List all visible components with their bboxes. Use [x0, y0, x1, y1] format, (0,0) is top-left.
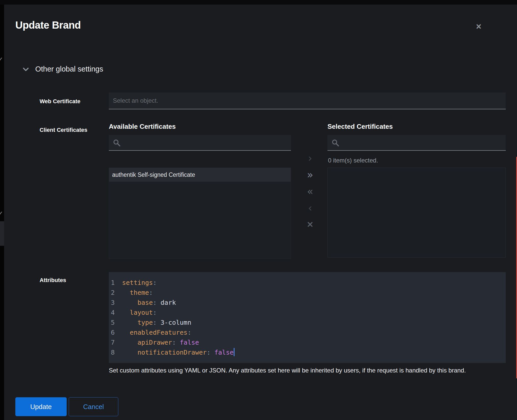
remove-selected-button[interactable]: ‹	[302, 201, 318, 215]
code-line: 4 layout:	[111, 308, 506, 318]
add-selected-button[interactable]: ›	[302, 151, 318, 165]
code-line: 8 notificationDrawer: false	[111, 347, 506, 357]
available-certificates-list: authentik Self-signed Certificate	[109, 168, 291, 259]
chevron-down-icon	[23, 67, 29, 71]
code-line: 7 apiDrawer: false	[111, 337, 506, 347]
code-lines: 1settings:2 theme:3 base: dark4 layout:5…	[111, 278, 506, 357]
code-line: 1settings:	[111, 278, 506, 288]
update-brand-modal: Update Brand × Other global settings Web…	[4, 5, 517, 420]
chevron-right-icon: ›	[0, 164, 4, 170]
selected-count-status: 0 item(s) selected.	[328, 157, 378, 164]
chevron-right-icon: ›	[0, 284, 4, 290]
modal-title: Update Brand	[15, 19, 81, 31]
chevron-right-icon: ›	[0, 178, 4, 185]
list-item[interactable]: authentik Self-signed Certificate	[109, 168, 291, 182]
chevron-right-icon: ›	[0, 193, 4, 199]
attributes-help-text: Set custom attributes using YAML or JSON…	[109, 367, 492, 374]
available-certificates-header: Available Certificates	[109, 123, 176, 131]
selected-search-input[interactable]	[342, 135, 504, 150]
add-all-button[interactable]: »	[302, 168, 318, 181]
selected-search-box	[327, 135, 506, 151]
check-icon: ✓	[0, 210, 4, 217]
update-button[interactable]: Update	[15, 397, 67, 416]
selected-certificates-header: Selected Certificates	[327, 123, 393, 131]
expander-label: Other global settings	[35, 65, 103, 73]
search-icon	[332, 139, 339, 147]
code-line: 5 type: 3-column	[111, 318, 506, 328]
clear-icon[interactable]: ×	[302, 217, 318, 231]
attributes-label: Attributes	[40, 277, 66, 284]
remove-all-button[interactable]: «	[302, 185, 318, 198]
client-certificates-label: Client Certificates	[40, 127, 87, 133]
sidebar-active-item-edge	[0, 221, 4, 246]
code-line: 2 theme:	[111, 288, 506, 298]
selected-certificates-list	[327, 168, 506, 258]
search-icon	[113, 139, 121, 147]
cancel-button[interactable]: Cancel	[69, 397, 118, 416]
text-cursor	[234, 348, 234, 356]
available-search-box	[109, 135, 291, 151]
chevron-right-icon: ›	[0, 149, 4, 155]
close-icon[interactable]: ×	[473, 20, 485, 33]
available-search-input[interactable]	[124, 135, 289, 150]
app-header-strip	[0, 0, 517, 5]
web-certificate-input[interactable]	[109, 92, 506, 109]
sidebar-edge-strip: ✓ › › › › › ✓ ›	[0, 5, 4, 420]
attributes-code-editor[interactable]: 1settings:2 theme:3 base: dark4 layout:5…	[109, 272, 506, 363]
check-icon: ✓	[0, 56, 4, 63]
code-line: 3 base: dark	[111, 298, 506, 308]
web-certificate-label: Web Certificate	[40, 98, 80, 105]
other-global-settings-expander[interactable]: Other global settings	[23, 65, 103, 73]
code-line: 6 enabledFeatures:	[111, 328, 506, 337]
chevron-right-icon: ›	[0, 134, 4, 141]
